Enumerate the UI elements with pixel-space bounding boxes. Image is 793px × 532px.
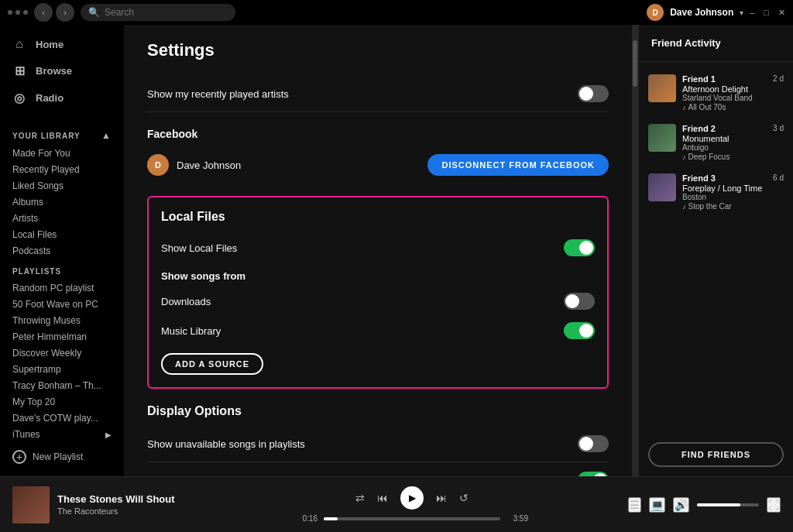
close-button[interactable]: ✕ <box>778 8 785 18</box>
play-pause-button[interactable]: ▶ <box>400 486 424 510</box>
volume-icon[interactable]: 🔊 <box>673 497 689 513</box>
facebook-header: Facebook <box>147 128 609 140</box>
shuffle-button[interactable]: ⇄ <box>355 492 365 504</box>
toggle-knob <box>593 473 607 476</box>
playlist-item-my-top-20[interactable]: My Top 20 <box>0 393 124 409</box>
library-label: YOUR LIBRARY <box>12 132 81 140</box>
titlebar: ‹ › 🔍 D Dave Johnson ▾ – □ ✕ <box>0 0 793 25</box>
display-options-section: Display Options Show unavailable songs i… <box>147 404 609 476</box>
sidebar-item-liked-songs[interactable]: Liked Songs <box>0 177 124 193</box>
fa-time-1: 2 d <box>773 74 784 83</box>
volume-bar[interactable] <box>697 503 759 506</box>
window-controls: – □ ✕ <box>750 8 785 18</box>
playlist-item-daves-cotw[interactable]: Dave's COTW play... <box>0 409 124 425</box>
library-section-label: YOUR LIBRARY ▲ <box>0 124 124 144</box>
repeat-button[interactable]: ↺ <box>459 492 469 504</box>
fa-artist-1: Starland Vocal Band <box>682 94 784 102</box>
recently-played-label: Show my recently played artists <box>147 88 289 100</box>
sidebar-item-browse[interactable]: ⊞ Browse <box>0 57 124 84</box>
fa-avatar-3 <box>648 173 676 201</box>
next-button[interactable]: ⏭ <box>436 492 447 504</box>
disconnect-facebook-button[interactable]: DISCONNECT FROM FACEBOOK <box>427 154 609 176</box>
toggle-knob <box>579 241 593 255</box>
toggle-knob <box>579 437 593 451</box>
find-friends-button[interactable]: FIND FRIENDS <box>648 442 784 467</box>
chevron-down-icon[interactable]: ▾ <box>740 9 743 17</box>
forward-button[interactable]: › <box>56 3 74 22</box>
fa-name-row-1: Friend 1 2 d <box>682 74 784 84</box>
player-center: ⇄ ⏮ ▶ ⏭ ↺ 0:16 3:59 <box>198 486 626 523</box>
music-library-toggle[interactable] <box>564 322 595 339</box>
display-options-title: Display Options <box>147 404 609 418</box>
progress-bar-container: 0:16 3:59 <box>296 514 528 523</box>
local-files-section: Local Files Show Local Files Show songs … <box>147 196 609 389</box>
sidebar-item-albums[interactable]: Albums <box>0 193 124 209</box>
fa-user-name-2: Friend 2 <box>682 124 716 133</box>
playlist-item-tracy-bonham[interactable]: Tracy Bonham – Th... <box>0 376 124 393</box>
fa-context-text-3: Stop the Car <box>688 202 732 211</box>
fa-note-icon-1: ♪ <box>682 104 686 112</box>
announcements-toggle[interactable] <box>578 472 609 476</box>
radio-icon: ◎ <box>12 91 26 105</box>
sidebar-item-home[interactable]: ⌂ Home <box>0 31 124 57</box>
sidebar-item-recently-played[interactable]: Recently Played <box>0 160 124 177</box>
playlists-label: PLAYLISTS <box>0 258 124 279</box>
downloads-label: Downloads <box>161 296 211 307</box>
back-button[interactable]: ‹ <box>34 3 53 22</box>
fa-context-3: ♪ Stop the Car <box>682 202 784 211</box>
search-input[interactable] <box>105 7 213 18</box>
sidebar-item-podcasts[interactable]: Podcasts <box>0 242 124 258</box>
show-local-files-label: Show Local Files <box>161 242 237 254</box>
prev-button[interactable]: ⏮ <box>377 492 388 504</box>
content-scrollbar[interactable] <box>632 25 638 476</box>
sidebar-item-artists[interactable]: Artists <box>0 209 124 225</box>
playlist-item-throwing-muses[interactable]: Throwing Muses <box>0 311 124 328</box>
queue-button[interactable]: ☰ <box>628 497 641 513</box>
sidebar-item-made-for-you[interactable]: Made For You <box>0 144 124 160</box>
fa-artist-3: Boston <box>682 193 784 201</box>
fa-artist-2: Antuigo <box>682 143 784 152</box>
dot2 <box>15 10 20 15</box>
playlist-item-50-foot[interactable]: 50 Foot Wave on PC <box>0 295 124 311</box>
playlist-item-itunes[interactable]: iTunes ▶ <box>0 425 124 444</box>
titlebar-dots <box>8 10 28 15</box>
show-songs-from-label: Show songs from <box>161 270 595 282</box>
playlist-item-supertramp[interactable]: Supertramp <box>0 360 124 376</box>
fa-note-icon-3: ♪ <box>682 203 686 211</box>
show-local-files-toggle[interactable] <box>564 239 595 256</box>
unavailable-songs-toggle[interactable] <box>578 435 609 452</box>
track-info: These Stones Will Shout The Raconteurs <box>57 493 175 516</box>
devices-button[interactable]: 💻 <box>649 497 665 513</box>
progress-bar[interactable] <box>324 517 500 520</box>
titlebar-left: ‹ › 🔍 <box>8 3 235 22</box>
player-bar: These Stones Will Shout The Raconteurs ⇄… <box>0 476 793 532</box>
fa-user-name-3: Friend 3 <box>682 173 716 183</box>
fa-context-2: ♪ Deep Focus <box>682 153 784 161</box>
fullscreen-button[interactable]: ⛶ <box>767 497 781 513</box>
track-artist: The Raconteurs <box>57 506 175 516</box>
nav-buttons: ‹ › <box>34 3 74 22</box>
downloads-row: Downloads <box>161 287 595 316</box>
playlist-item-discover-weekly[interactable]: Discover Weekly <box>0 344 124 360</box>
fa-name-row-2: Friend 2 3 d <box>682 124 784 133</box>
show-local-files-row: Show Local Files <box>161 233 595 263</box>
local-files-title: Local Files <box>161 210 595 224</box>
facebook-avatar: D <box>147 154 169 176</box>
sidebar-item-radio[interactable]: ◎ Radio <box>0 84 124 112</box>
new-playlist-button[interactable]: + New Playlist <box>0 444 124 470</box>
album-thumbnail <box>12 486 50 523</box>
playlist-item-peter-himmelman[interactable]: Peter Himmelman <box>0 328 124 344</box>
recently-played-toggle[interactable] <box>578 85 609 102</box>
collapse-icon[interactable]: ▲ <box>101 130 112 141</box>
maximize-button[interactable]: □ <box>764 8 769 18</box>
search-icon: 🔍 <box>88 7 100 18</box>
sidebar-item-local-files[interactable]: Local Files <box>0 225 124 242</box>
minimize-button[interactable]: – <box>750 8 754 18</box>
search-bar[interactable]: 🔍 <box>81 4 235 21</box>
sidebar-home-label: Home <box>36 39 64 50</box>
fa-avatar-1 <box>648 74 676 102</box>
add-source-button[interactable]: ADD A SOURCE <box>161 353 263 375</box>
playlist-item-random-pc[interactable]: Random PC playlist <box>0 279 124 295</box>
player-left: These Stones Will Shout The Raconteurs <box>12 486 198 523</box>
downloads-toggle[interactable] <box>564 293 595 310</box>
